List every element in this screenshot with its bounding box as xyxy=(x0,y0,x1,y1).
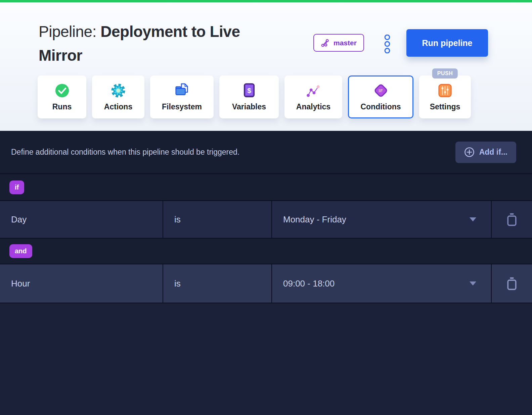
chevron-down-icon xyxy=(470,217,476,221)
tab-analytics[interactable]: Analytics xyxy=(284,75,342,118)
tab-runs[interactable]: Runs xyxy=(38,75,86,118)
condition-field-cell[interactable]: Day xyxy=(0,201,163,238)
pipeline-header: Pipeline: Deployment to Live Mirror mast… xyxy=(0,2,532,131)
chart-dots-icon xyxy=(306,83,321,99)
condition-connector-row: if xyxy=(0,173,532,200)
tab-variables-label: Variables xyxy=(232,102,266,111)
connector-badge-if: if xyxy=(9,180,24,194)
check-circle-icon xyxy=(54,83,70,99)
if-diamond-icon: IF xyxy=(373,83,389,99)
condition-value-dropdown[interactable]: Monday - Friday xyxy=(272,201,492,238)
sliders-icon xyxy=(437,83,453,99)
chevron-down-icon xyxy=(470,281,476,286)
conditions-description: Define additional conditions when this p… xyxy=(11,148,239,157)
branch-name-label: master xyxy=(334,39,357,47)
condition-row: Day is Monday - Friday xyxy=(0,200,532,239)
plus-circle-icon xyxy=(464,147,475,157)
tab-settings[interactable]: PUSH Settings xyxy=(419,75,471,118)
gear-icon xyxy=(110,83,126,99)
pipeline-tabs: Runs Actions xyxy=(38,75,471,118)
tab-filesystem[interactable]: Filesystem xyxy=(150,75,214,118)
tab-settings-label: Settings xyxy=(430,102,460,111)
more-options-menu[interactable] xyxy=(384,35,391,55)
condition-value-dropdown[interactable]: 09:00 - 18:00 xyxy=(272,264,492,303)
condition-delete-cell xyxy=(492,264,532,303)
top-status-bar xyxy=(0,0,532,2)
condition-connector-row: and xyxy=(0,239,532,264)
tab-conditions[interactable]: IF Conditions xyxy=(348,75,413,118)
tab-analytics-label: Analytics xyxy=(296,102,330,111)
conditions-empty-area xyxy=(0,303,532,415)
tab-actions-label: Actions xyxy=(104,102,132,111)
folder-file-icon xyxy=(174,83,190,99)
condition-field-cell[interactable]: Hour xyxy=(0,264,163,303)
connector-badge-and: and xyxy=(9,244,32,258)
dollar-book-icon: $ xyxy=(241,83,257,99)
git-branch-icon xyxy=(321,39,329,47)
trash-icon xyxy=(506,277,518,290)
tab-filesystem-label: Filesystem xyxy=(162,102,202,111)
page-title-prefix: Pipeline: xyxy=(39,23,96,40)
tab-conditions-label: Conditions xyxy=(360,102,401,111)
svg-text:IF: IF xyxy=(379,89,383,93)
tab-actions[interactable]: Actions xyxy=(92,75,144,118)
vertical-dots-icon xyxy=(384,35,391,53)
condition-operator-cell[interactable]: is xyxy=(163,264,272,303)
conditions-toolbar: Define additional conditions when this p… xyxy=(0,131,532,173)
condition-value-label: 09:00 - 18:00 xyxy=(283,278,335,289)
condition-operator-cell[interactable]: is xyxy=(163,201,272,238)
condition-row: Hour is 09:00 - 18:00 xyxy=(0,264,532,303)
delete-condition-button[interactable] xyxy=(506,277,518,290)
page-title: Pipeline: Deployment to Live Mirror xyxy=(39,20,274,67)
add-if-label: Add if... xyxy=(479,148,507,157)
push-trigger-badge: PUSH xyxy=(432,68,458,79)
run-pipeline-button[interactable]: Run pipeline xyxy=(406,29,488,57)
condition-delete-cell xyxy=(492,201,532,238)
tab-runs-label: Runs xyxy=(52,102,72,111)
svg-text:$: $ xyxy=(247,87,251,94)
condition-value-label: Monday - Friday xyxy=(283,214,346,225)
trash-icon xyxy=(506,213,518,226)
add-if-button[interactable]: Add if... xyxy=(455,142,516,163)
tab-variables[interactable]: $ Variables xyxy=(219,75,279,118)
delete-condition-button[interactable] xyxy=(506,213,518,226)
branch-selector-button[interactable]: master xyxy=(313,34,364,52)
